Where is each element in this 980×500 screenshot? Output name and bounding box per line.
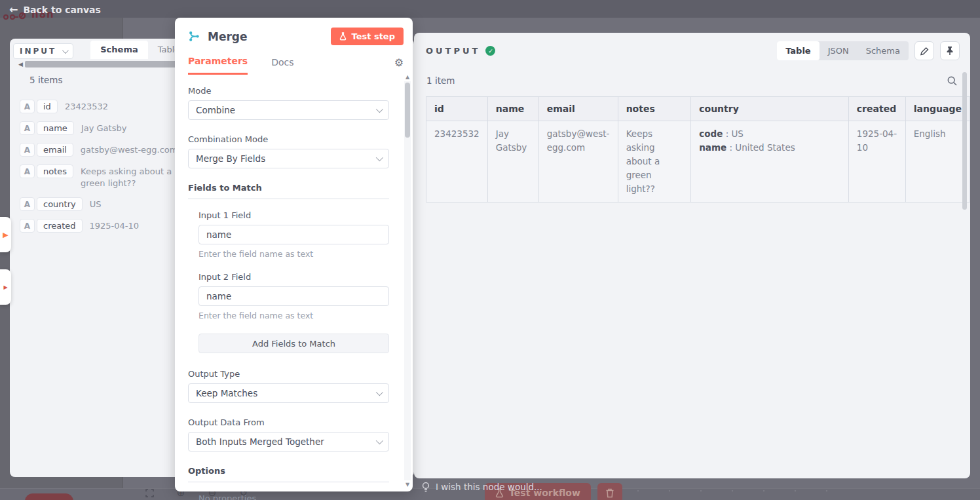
output-tab-json[interactable]: JSON bbox=[820, 41, 857, 60]
column-header: id bbox=[426, 97, 488, 121]
column-header: name bbox=[487, 97, 538, 121]
input-items-count: 5 items bbox=[29, 75, 62, 85]
combination-mode-value: Merge By Fields bbox=[196, 153, 265, 164]
field-value: 23423532 bbox=[65, 100, 108, 113]
table-cell: Keeps asking about a green light?? bbox=[618, 121, 691, 202]
table-cell: 1925-04-10 bbox=[848, 121, 905, 202]
output-tab-table[interactable]: Table bbox=[777, 41, 820, 60]
back-to-canvas-label: Back to canvas bbox=[23, 5, 100, 15]
add-fields-to-match-button[interactable]: Add Fields to Match bbox=[198, 334, 389, 353]
test-step-label: Test step bbox=[351, 31, 395, 41]
field-name-pill[interactable]: created bbox=[37, 219, 83, 233]
input-tab-schema[interactable]: Schema bbox=[90, 41, 147, 59]
edit-output-button[interactable] bbox=[914, 41, 934, 60]
output-table: idnameemailnotescountrycreatedlanguage 2… bbox=[426, 96, 970, 202]
combination-mode-select[interactable]: Merge By Fields bbox=[188, 149, 389, 168]
node-feedback-link[interactable]: I wish this node would... bbox=[422, 482, 542, 492]
canvas-grid-dots bbox=[622, 483, 852, 500]
options-empty-text: No properties bbox=[198, 493, 389, 500]
input-panel-title: INPUT bbox=[20, 47, 56, 56]
field-value: gatsby@west-egg.com bbox=[81, 143, 178, 156]
delete-node-button[interactable] bbox=[597, 483, 622, 500]
node-feedback-label: I wish this node would... bbox=[436, 482, 542, 492]
output-tab-schema[interactable]: Schema bbox=[857, 41, 909, 60]
output-data-from-label: Output Data From bbox=[188, 417, 389, 427]
field-name-pill[interactable]: email bbox=[37, 143, 73, 157]
fit-view-button[interactable] bbox=[140, 486, 159, 500]
test-step-button[interactable]: Test step bbox=[331, 28, 404, 45]
table-cell: 23423532 bbox=[426, 121, 488, 202]
node-panel-scrollbar[interactable]: ▲ ▼ bbox=[404, 74, 411, 488]
output-view-switcher: Table JSON Schema bbox=[777, 41, 909, 60]
scroll-down-icon[interactable]: ▼ bbox=[405, 482, 409, 488]
output-panel-scrollbar[interactable] bbox=[962, 72, 967, 210]
tab-parameters[interactable]: Parameters bbox=[188, 56, 248, 75]
search-icon[interactable] bbox=[947, 76, 957, 86]
chevron-down-icon bbox=[376, 154, 383, 161]
output-type-label: Output Type bbox=[188, 369, 389, 379]
input-source-select[interactable]: INPUT bbox=[13, 43, 73, 59]
help-bubble bbox=[25, 493, 73, 500]
input-1-arrow-icon: ▶ bbox=[3, 231, 8, 239]
input2-field-input[interactable] bbox=[198, 286, 389, 306]
scroll-left-icon: ◀ bbox=[18, 61, 23, 67]
output-type-select[interactable]: Keep Matches bbox=[188, 383, 389, 403]
chevron-down-icon bbox=[376, 389, 383, 396]
tab-docs[interactable]: Docs bbox=[271, 57, 293, 74]
field-type-icon[interactable]: A bbox=[20, 197, 35, 211]
field-name-pill[interactable]: country bbox=[37, 197, 83, 211]
mode-select[interactable]: Combine bbox=[188, 100, 389, 120]
input1-field-label: Input 1 Field bbox=[198, 210, 389, 220]
mode-label: Mode bbox=[188, 86, 389, 96]
output-panel: OUTPUT ✓ Table JSON Schema 1 item bbox=[414, 33, 970, 478]
input-2-edge-tab[interactable]: ▶ bbox=[0, 269, 11, 305]
field-name-pill[interactable]: name bbox=[37, 121, 74, 135]
input2-field-label: Input 2 Field bbox=[198, 272, 389, 282]
field-value: Keeps asking about a green light?? bbox=[81, 164, 180, 189]
input1-field-input[interactable] bbox=[198, 225, 389, 244]
node-settings-gear-icon[interactable]: ⚙ bbox=[394, 56, 404, 74]
field-type-icon[interactable]: A bbox=[20, 121, 35, 135]
field-name-pill[interactable]: id bbox=[37, 100, 58, 113]
field-type-icon[interactable]: A bbox=[20, 143, 35, 157]
chevron-down-icon bbox=[62, 47, 69, 54]
table-row: 23423532Jay Gatsbygatsby@west-egg.comKee… bbox=[426, 121, 970, 202]
field-type-icon[interactable]: A bbox=[20, 219, 35, 233]
scroll-up-icon[interactable]: ▲ bbox=[405, 74, 409, 80]
canvas-topbar bbox=[0, 0, 980, 18]
field-type-icon[interactable]: A bbox=[20, 100, 35, 113]
merge-node-icon bbox=[189, 31, 200, 42]
field-name-pill[interactable]: notes bbox=[37, 164, 73, 178]
options-section: Options bbox=[188, 466, 389, 482]
input-horizontal-scrollbar[interactable]: ◀ bbox=[18, 60, 183, 68]
field-value: Jay Gatsby bbox=[81, 121, 126, 134]
column-header: notes bbox=[618, 97, 691, 121]
table-cell: Jay Gatsby bbox=[487, 121, 538, 202]
input-1-edge-tab[interactable]: ▶ bbox=[0, 217, 11, 252]
combination-mode-label: Combination Mode bbox=[188, 134, 389, 144]
pin-icon bbox=[946, 46, 954, 56]
scrollbar-thumb[interactable] bbox=[405, 83, 410, 138]
output-data-from-value: Both Inputs Merged Together bbox=[196, 436, 324, 447]
pin-data-button[interactable] bbox=[940, 41, 960, 60]
scrollbar-thumb[interactable] bbox=[25, 61, 183, 67]
fields-to-match-section: Fields to Match bbox=[188, 183, 389, 199]
output-data-from-select[interactable]: Both Inputs Merged Together bbox=[188, 432, 389, 452]
output-table-body: 23423532Jay Gatsbygatsby@west-egg.comKee… bbox=[426, 121, 970, 202]
column-header: language bbox=[905, 97, 970, 121]
field-type-icon[interactable]: A bbox=[20, 164, 35, 178]
back-to-canvas-button[interactable]: ← Back to canvas bbox=[9, 3, 101, 16]
back-arrow-icon: ← bbox=[9, 3, 18, 16]
column-header: country bbox=[691, 97, 849, 121]
pencil-icon bbox=[920, 47, 929, 56]
column-header: email bbox=[538, 97, 618, 121]
chevron-down-icon bbox=[376, 437, 383, 444]
table-cell: English bbox=[905, 121, 970, 202]
lightbulb-icon bbox=[422, 482, 430, 492]
output-items-count: 1 item bbox=[426, 75, 455, 86]
output-table-header-row: idnameemailnotescountrycreatedlanguage bbox=[426, 97, 970, 121]
field-value: 1925-04-10 bbox=[90, 219, 140, 232]
success-check-icon: ✓ bbox=[485, 46, 495, 56]
chevron-down-icon bbox=[376, 106, 383, 113]
flask-icon bbox=[339, 32, 347, 41]
